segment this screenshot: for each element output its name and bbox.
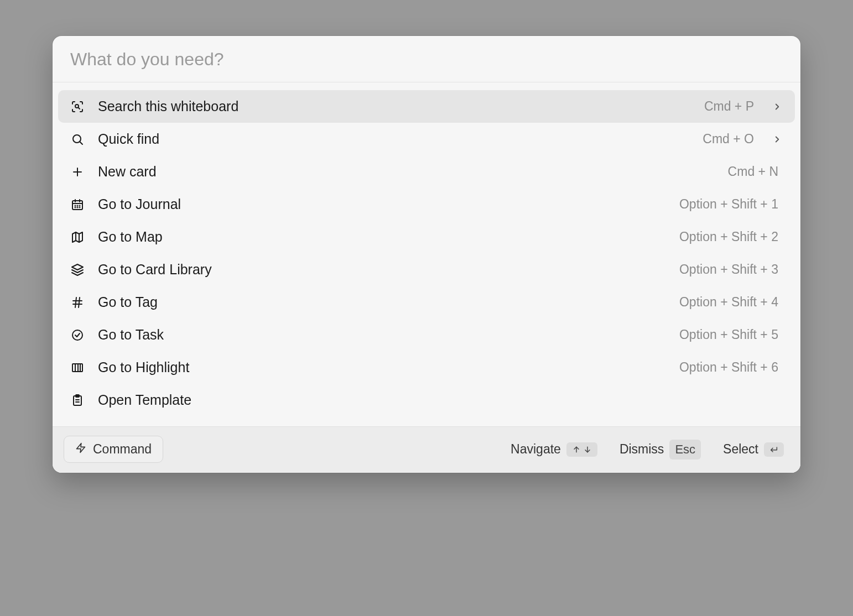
layers-icon bbox=[70, 263, 85, 277]
command-palette: Search this whiteboard Cmd + P Quick fin… bbox=[53, 36, 800, 473]
item-label: Go to Tag bbox=[98, 294, 666, 310]
dismiss-hint: Dismiss Esc bbox=[620, 440, 701, 460]
item-open-template[interactable]: Open Template bbox=[58, 384, 795, 416]
item-new-card[interactable]: New card Cmd + N bbox=[58, 155, 795, 188]
item-label: Go to Journal bbox=[98, 196, 666, 212]
svg-point-0 bbox=[75, 105, 79, 108]
item-shortcut: Cmd + P bbox=[704, 99, 754, 114]
item-label: Quick find bbox=[98, 131, 689, 147]
palette-footer: Command Navigate Dismiss Esc Select bbox=[53, 426, 800, 473]
clipboard-icon bbox=[70, 393, 85, 408]
svg-marker-9 bbox=[72, 232, 82, 242]
item-label: Go to Map bbox=[98, 229, 666, 245]
item-label: Go to Highlight bbox=[98, 359, 666, 375]
item-go-task[interactable]: Go to Task Option + Shift + 5 bbox=[58, 319, 795, 351]
scan-search-icon bbox=[70, 100, 85, 114]
navigate-hint: Navigate bbox=[511, 442, 597, 457]
calendar-icon bbox=[70, 197, 85, 212]
arrow-keys-key bbox=[566, 442, 597, 457]
svg-point-3 bbox=[75, 205, 76, 206]
item-search-whiteboard[interactable]: Search this whiteboard Cmd + P bbox=[58, 90, 795, 123]
item-label: Open Template bbox=[98, 392, 765, 408]
highlight-icon bbox=[70, 361, 85, 375]
item-go-highlight[interactable]: Go to Highlight Option + Shift + 6 bbox=[58, 351, 795, 384]
item-shortcut: Cmd + O bbox=[703, 132, 754, 147]
command-mode-label: Command bbox=[93, 442, 152, 457]
item-label: Search this whiteboard bbox=[98, 98, 691, 114]
command-list: Search this whiteboard Cmd + P Quick fin… bbox=[53, 82, 800, 426]
plus-icon bbox=[70, 165, 85, 179]
dismiss-label: Dismiss bbox=[620, 442, 664, 457]
svg-point-8 bbox=[80, 207, 80, 207]
map-icon bbox=[70, 230, 85, 244]
svg-point-6 bbox=[75, 207, 76, 207]
item-shortcut: Option + Shift + 6 bbox=[679, 360, 778, 375]
svg-point-5 bbox=[80, 205, 80, 206]
check-circle-icon bbox=[70, 328, 85, 342]
bolt-icon bbox=[75, 442, 86, 457]
item-go-card-library[interactable]: Go to Card Library Option + Shift + 3 bbox=[58, 253, 795, 286]
hash-icon bbox=[70, 295, 85, 310]
chevron-right-icon bbox=[772, 101, 783, 112]
item-shortcut: Option + Shift + 2 bbox=[679, 229, 778, 244]
chevron-right-icon bbox=[772, 134, 783, 145]
item-label: New card bbox=[98, 164, 715, 180]
esc-key: Esc bbox=[669, 440, 701, 460]
svg-marker-10 bbox=[72, 264, 83, 270]
item-shortcut: Option + Shift + 4 bbox=[679, 295, 778, 310]
svg-point-4 bbox=[77, 205, 78, 206]
select-label: Select bbox=[723, 442, 758, 457]
svg-point-1 bbox=[73, 135, 81, 143]
item-go-map[interactable]: Go to Map Option + Shift + 2 bbox=[58, 221, 795, 253]
item-shortcut: Option + Shift + 3 bbox=[679, 262, 778, 277]
item-go-tag[interactable]: Go to Tag Option + Shift + 4 bbox=[58, 286, 795, 319]
svg-point-7 bbox=[77, 207, 78, 207]
search-icon bbox=[70, 132, 85, 147]
item-quick-find[interactable]: Quick find Cmd + O bbox=[58, 123, 795, 155]
item-shortcut: Option + Shift + 1 bbox=[679, 197, 778, 212]
svg-point-11 bbox=[72, 330, 82, 340]
navigate-label: Navigate bbox=[511, 442, 561, 457]
item-shortcut: Cmd + N bbox=[728, 164, 778, 179]
enter-key bbox=[764, 442, 784, 457]
select-hint: Select bbox=[723, 442, 784, 457]
command-mode-chip[interactable]: Command bbox=[64, 436, 163, 463]
item-shortcut: Option + Shift + 5 bbox=[679, 327, 778, 342]
svg-marker-15 bbox=[77, 443, 85, 453]
item-go-journal[interactable]: Go to Journal Option + Shift + 1 bbox=[58, 188, 795, 221]
item-label: Go to Task bbox=[98, 327, 666, 343]
item-label: Go to Card Library bbox=[98, 262, 666, 278]
search-row bbox=[53, 36, 800, 82]
search-input[interactable] bbox=[70, 49, 783, 70]
